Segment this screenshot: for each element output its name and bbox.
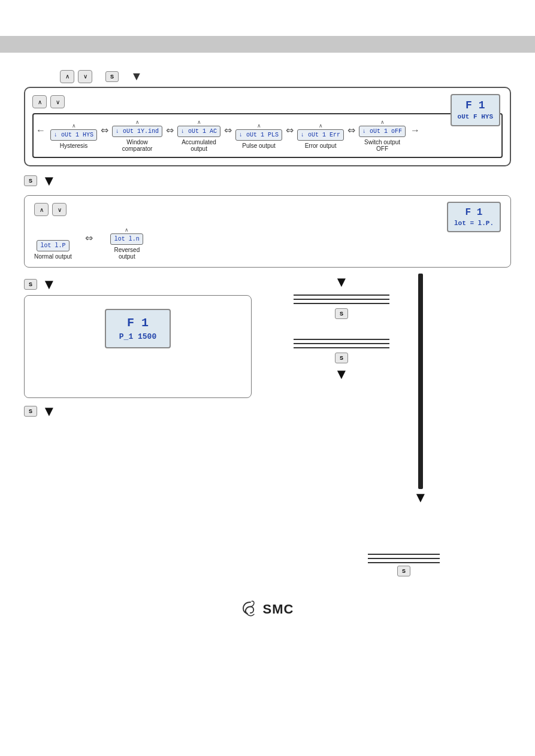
set-button-mid-1-wrap: S — [335, 308, 348, 319]
mode-hysteresis[interactable]: ∧ ↓ oUt 1 HYS Hysteresis — [50, 123, 97, 149]
vertical-bar-right — [418, 274, 423, 489]
arrow-lr-3: ⇔ — [224, 125, 232, 136]
output-options-row: lot l.P Normal output ⇔ ∧ lot l.n Revers… — [34, 227, 501, 260]
set-button-right-1[interactable]: S — [397, 566, 410, 576]
right-text-block-1 — [368, 554, 440, 563]
normal-output-option[interactable]: lot l.P Normal output — [34, 240, 72, 260]
hysteresis-label: Hysteresis — [60, 142, 88, 149]
smc-logo-area: SMC — [0, 600, 535, 618]
reversed-up-icon: ∧ — [125, 227, 129, 233]
hysteresis-up-icon: ∧ — [72, 123, 76, 129]
set-button-right-1-wrap: S — [368, 566, 440, 576]
output-arrow-lr: ⇔ — [85, 232, 93, 244]
flow-arrow-top: ▼ — [131, 69, 143, 83]
hline-5 — [294, 343, 389, 344]
set-button-3[interactable]: S — [24, 279, 37, 290]
scroll-right-icon[interactable]: → — [410, 125, 420, 136]
arrow-lr-5: ⇔ — [347, 125, 355, 136]
hline-1 — [294, 294, 389, 296]
scroll-left-icon[interactable]: ← — [36, 125, 46, 136]
smc-logo-text: SMC — [263, 602, 294, 617]
connector-row-2: S ▼ — [24, 276, 276, 293]
mode-pulse[interactable]: ∧ ↓ oUt 1 PLS Pulse output — [235, 123, 282, 149]
switch-display: ↓ oUt 1 oFF — [359, 126, 406, 137]
mode-window[interactable]: ∧ ↓ oUt 1Y.ind Window comparator — [112, 119, 162, 152]
hline-r3 — [368, 562, 440, 563]
hline-r1 — [368, 554, 440, 555]
pulse-up-icon: ∧ — [257, 123, 261, 129]
switch-up-icon: ∧ — [380, 119, 385, 125]
text-block-right-2 — [294, 337, 389, 350]
reversed-output-label: Reversed output — [106, 247, 148, 260]
mode-down-button[interactable]: ∨ — [50, 95, 65, 108]
mode-inner-box: ← ∧ ↓ oUt 1 HYS Hysteresis ⇔ ∧ ↓ oUt 1Y.… — [32, 113, 503, 158]
set-button-mid-2[interactable]: S — [335, 353, 348, 363]
window-up-icon: ∧ — [135, 119, 140, 125]
flow-arrow-bottom-left: ▼ — [42, 403, 56, 420]
accumulated-up-icon: ∧ — [197, 119, 201, 125]
accumulated-display: ↓ oUt 1 AC — [177, 126, 220, 137]
right-side-blocks: S — [368, 506, 440, 576]
down-button[interactable]: ∨ — [78, 70, 92, 83]
window-label: Window comparator — [116, 139, 158, 152]
up-button[interactable]: ∧ — [60, 70, 74, 83]
output-lcd-display: F 1 lot = l.P. — [447, 202, 501, 232]
mode-selection-box: ∧ ∨ F 1 oUt F HYS ← ∧ ↓ oUt 1 HYS Hyster… — [24, 87, 511, 166]
hysteresis-display: ↓ oUt 1 HYS — [50, 129, 97, 141]
flow-arrow-3: ▼ — [42, 276, 56, 293]
flow-arrow-middle: ▼ — [334, 274, 349, 290]
accumulated-label: Accumulated output — [178, 139, 220, 152]
output-down-button[interactable]: ∨ — [52, 203, 67, 216]
arrow-lr-2: ⇔ — [166, 125, 174, 136]
text-block-right-1 — [294, 293, 389, 306]
output-up-button[interactable]: ∧ — [34, 203, 49, 216]
set-button-mid-2-wrap: S — [335, 353, 348, 363]
normal-output-display: lot l.P — [37, 240, 69, 251]
mode-nav-row: ∧ ∨ — [32, 95, 503, 108]
set-button-top[interactable]: S — [105, 71, 119, 82]
hline-r2 — [368, 558, 440, 559]
hline-6 — [294, 347, 389, 348]
hline-2 — [294, 299, 389, 300]
hline-3 — [294, 303, 389, 304]
flow-arrow-mid-bottom: ▼ — [334, 366, 349, 382]
mode-switch[interactable]: ∧ ↓ oUt 1 oFF Switch output OFF — [359, 119, 406, 152]
error-label: Error output — [305, 142, 337, 149]
arrow-lr-4: ⇔ — [286, 125, 294, 136]
pulse-display: ↓ oUt 1 PLS — [235, 129, 282, 141]
mode-up-button[interactable]: ∧ — [32, 95, 47, 108]
hline-4 — [294, 339, 389, 340]
pulse-label: Pulse output — [242, 142, 276, 149]
set-button-mid-1[interactable]: S — [335, 308, 348, 319]
output-nav-row: ∧ ∨ — [34, 203, 501, 216]
flow-arrow-2: ▼ — [42, 172, 56, 189]
reversed-output-option[interactable]: ∧ lot l.n Reversed output — [106, 227, 148, 260]
connector-row-1: S ▼ — [24, 172, 511, 189]
mode-error[interactable]: ∧ ↓ oUt 1 Err Error output — [297, 123, 344, 149]
output-type-box: ∧ ∨ F 1 lot = l.P. lot l.P Normal output… — [24, 195, 511, 268]
error-display: ↓ oUt 1 Err — [297, 129, 344, 141]
error-up-icon: ∧ — [319, 123, 323, 129]
switch-label: Switch output OFF — [361, 139, 403, 152]
arrow-lr-1: ⇔ — [101, 125, 108, 136]
top-bar — [0, 36, 535, 53]
set-button-bottom-left[interactable]: S — [24, 406, 37, 417]
setpoint-box: F 1 P_1 1500 — [24, 295, 252, 398]
mode-accumulated[interactable]: ∧ ↓ oUt 1 AC Accumulated output — [177, 119, 220, 152]
window-display: ↓ oUt 1Y.ind — [112, 126, 162, 137]
setpoint-lcd-display: F 1 P_1 1500 — [105, 309, 171, 348]
top-nav-row: ∧ ∨ S ▼ — [60, 69, 511, 83]
mode-lcd-display: F 1 oUt F HYS — [451, 94, 500, 126]
normal-output-label: Normal output — [34, 253, 72, 260]
flow-arrow-bar-bottom: ▼ — [413, 489, 428, 506]
reversed-output-display: lot l.n — [110, 233, 143, 245]
connector-row-bottom-left: S ▼ — [24, 403, 276, 420]
smc-swirl-icon — [241, 600, 259, 618]
set-button-2[interactable]: S — [24, 175, 37, 186]
